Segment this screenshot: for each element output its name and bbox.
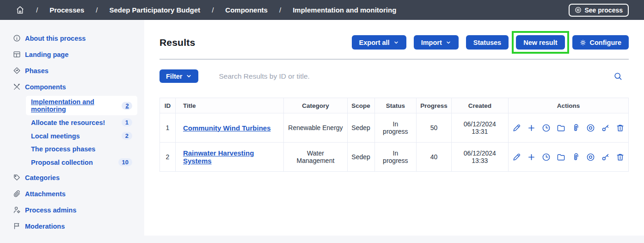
count-badge: 1 — [122, 118, 132, 126]
sidebar-subitem-allocate-the-resources[interactable]: Allocate the resources! 1 — [26, 116, 137, 129]
sidebar-item-landing-page[interactable]: Landing page — [0, 46, 144, 62]
tag-icon — [13, 174, 21, 181]
subitem-label: Allocate the resources! — [31, 119, 105, 126]
result-title-link[interactable]: Community Wind Turbines — [183, 124, 271, 132]
attachments-action-icon[interactable] — [571, 124, 580, 132]
count-badge: 2 — [122, 102, 132, 110]
see-process-label: See process — [585, 6, 623, 14]
edit-action-icon[interactable] — [512, 124, 521, 132]
sidebar-item-process-admins[interactable]: Process admins — [0, 202, 144, 218]
column-header-status: Status — [374, 98, 417, 113]
sidebar-item-attachments[interactable]: Attachments — [0, 186, 144, 202]
cell-category: Water Management — [288, 150, 343, 164]
subitem-label: Implementation and monitoring — [31, 98, 122, 113]
tools-icon — [13, 83, 21, 91]
filter-button[interactable]: Filter — [159, 69, 198, 83]
statuses-button[interactable]: Statuses — [466, 35, 509, 50]
folder-action-icon[interactable] — [557, 153, 565, 162]
cell-created: 06/12/2024 13:31 — [461, 120, 499, 135]
results-table: ID Title Category Scope Status Progress … — [159, 98, 629, 172]
column-header-id: ID — [160, 98, 176, 113]
attachments-action-icon[interactable] — [571, 153, 580, 162]
main-panel: Results Export all Import Statuses — [144, 20, 644, 236]
breadcrumb-separator: / — [279, 6, 281, 14]
import-button[interactable]: Import — [414, 35, 459, 50]
cell-status: In progress — [382, 120, 409, 135]
sidebar-subitem-proposal-collection[interactable]: Proposal collection 10 — [26, 156, 137, 168]
user-gear-icon — [13, 206, 21, 214]
history-action-icon[interactable] — [542, 153, 551, 162]
breadcrumb-separator: / — [36, 6, 38, 14]
sidebar-item-categories[interactable]: Categories — [0, 169, 144, 186]
add-action-icon[interactable] — [527, 153, 536, 162]
layout-icon — [13, 50, 21, 58]
edit-action-icon[interactable] — [512, 153, 521, 162]
subitem-label: Proposal collection — [31, 159, 93, 166]
sidebar-subitem-local-meetings[interactable]: Local meetings 2 — [26, 130, 137, 142]
add-action-icon[interactable] — [527, 124, 536, 132]
column-header-progress: Progress — [417, 98, 452, 113]
result-title-link[interactable]: Rainwater Harvesting Systems — [183, 149, 254, 165]
chevron-down-icon — [186, 73, 192, 79]
cell-id: 1 — [160, 113, 176, 143]
breadcrumb-item-process[interactable]: Sedep Participatory Budget — [109, 6, 200, 14]
breadcrumb-item-processes[interactable]: Processes — [49, 6, 84, 14]
sidebar-item-label: Categories — [25, 174, 60, 181]
page-title: Results — [159, 37, 195, 48]
sidebar-item-label: Components — [25, 83, 66, 91]
sidebar-item-about[interactable]: About this process — [0, 30, 144, 46]
cell-status: In progress — [382, 150, 409, 164]
sidebar-item-label: Attachments — [25, 190, 66, 198]
table-header-row: ID Title Category Scope Status Progress … — [160, 98, 629, 113]
breadcrumb-item-components[interactable]: Components — [225, 6, 268, 14]
sidebar-item-moderations[interactable]: Moderations — [0, 218, 144, 234]
history-action-icon[interactable] — [542, 124, 551, 132]
search-input[interactable] — [219, 72, 613, 81]
sidebar-subitem-the-process-phases[interactable]: The process phases — [26, 143, 137, 155]
cell-scope: Sedep — [347, 143, 374, 172]
sidebar-item-components[interactable]: Components — [0, 79, 144, 95]
new-result-label: New result — [523, 39, 557, 46]
chevron-down-icon — [393, 40, 399, 45]
cell-id: 2 — [160, 143, 176, 172]
permissions-action-icon[interactable] — [601, 153, 610, 162]
count-badge: 2 — [122, 132, 132, 140]
statuses-label: Statuses — [473, 39, 501, 46]
cell-scope: Sedep — [347, 113, 374, 143]
results-header: Results Export all Import Statuses — [159, 20, 629, 60]
export-all-button[interactable]: Export all — [352, 35, 406, 50]
subitem-label: Local meetings — [31, 132, 80, 140]
breadcrumb: / Processes / Sedep Participatory Budget… — [16, 6, 396, 14]
breadcrumb-item-current: Implementation and monitoring — [293, 6, 396, 14]
cell-progress: 40 — [417, 143, 452, 172]
row-actions — [512, 124, 625, 132]
column-header-title: Title — [175, 98, 283, 113]
preview-action-icon[interactable] — [586, 124, 595, 132]
preview-action-icon[interactable] — [586, 153, 595, 162]
cell-category: Renewable Energy — [288, 124, 343, 131]
search-icon[interactable] — [613, 72, 622, 81]
topbar: / Processes / Sedep Participatory Budget… — [0, 0, 644, 20]
sidebar-item-phases[interactable]: Phases — [0, 62, 144, 79]
home-icon[interactable] — [16, 6, 25, 14]
filter-label: Filter — [166, 73, 182, 80]
export-all-label: Export all — [359, 39, 390, 46]
sidebar-item-label: Process admins — [25, 206, 76, 214]
table-row: 2 Rainwater Harvesting Systems Water Man… — [160, 143, 629, 172]
column-header-scope: Scope — [347, 98, 374, 113]
subitem-label: The process phases — [31, 145, 95, 153]
breadcrumb-separator: / — [96, 6, 98, 14]
import-label: Import — [421, 39, 442, 46]
delete-action-icon[interactable] — [616, 153, 625, 162]
configure-button[interactable]: Configure — [572, 35, 629, 50]
new-result-button[interactable]: New result — [516, 35, 564, 50]
configure-label: Configure — [590, 39, 621, 46]
sidebar-subitem-implementation-and-monitoring[interactable]: Implementation and monitoring 2 — [26, 96, 137, 115]
delete-action-icon[interactable] — [616, 124, 625, 132]
chevron-down-icon — [446, 40, 451, 45]
column-header-created: Created — [451, 98, 508, 113]
see-process-button[interactable]: See process — [569, 4, 629, 17]
permissions-action-icon[interactable] — [601, 124, 610, 132]
flag-icon — [13, 222, 21, 230]
folder-action-icon[interactable] — [557, 124, 565, 132]
